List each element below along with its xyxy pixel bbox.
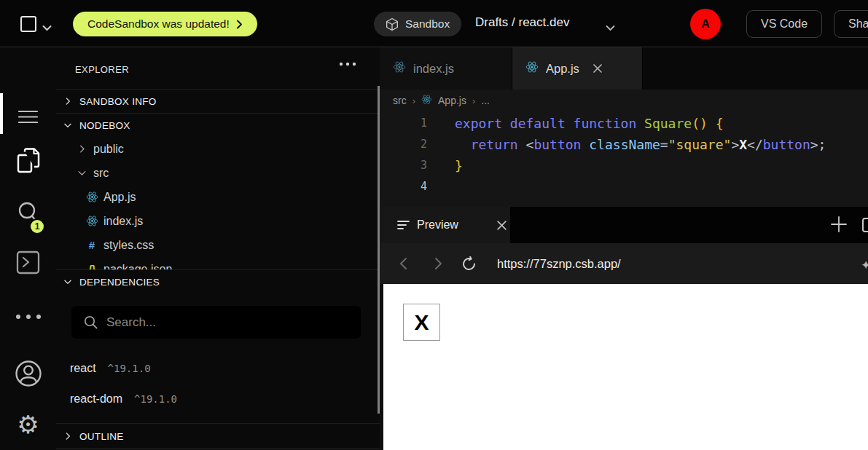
react-file-icon	[421, 94, 432, 108]
account-button[interactable]	[0, 360, 56, 387]
react-icon	[525, 60, 539, 74]
sparkle-icon[interactable]: ✦	[861, 258, 868, 273]
breadcrumb-separator: ›	[472, 95, 475, 106]
chevron-down-icon	[63, 277, 73, 287]
vscode-button[interactable]: VS Code	[746, 10, 822, 38]
file-item-styles-css[interactable]: #styles.css	[56, 233, 380, 257]
dependency-version: ^19.1.0	[134, 393, 177, 405]
terminal-icon	[16, 250, 40, 275]
chevron-right-icon	[77, 143, 87, 154]
add-preview-button[interactable]	[830, 216, 848, 236]
update-banner-label: CodeSandbox was updated!	[87, 17, 230, 31]
more-views-button[interactable]	[0, 314, 56, 320]
react-icon	[421, 94, 432, 105]
editor-area: index.js App.js src › App.js › ...	[380, 47, 868, 450]
code-token: Square	[644, 116, 692, 131]
file-item-package-json[interactable]: {}package.json	[56, 257, 380, 269]
code-line[interactable]: 1export default function Square() {	[380, 113, 868, 134]
project-chevron-down-icon[interactable]	[606, 21, 615, 34]
code-token	[455, 137, 471, 152]
user-avatar[interactable]: A	[690, 9, 721, 39]
editor-tab-bar: index.js App.js	[380, 47, 868, 90]
breadcrumb-separator: ›	[413, 95, 415, 106]
settings-button[interactable]: ⚙	[0, 412, 56, 437]
code-token: =	[660, 137, 668, 152]
breadcrumb-symbol[interactable]: ...	[481, 95, 490, 106]
search-view-button[interactable]	[0, 201, 56, 224]
chevron-right-icon	[63, 96, 73, 106]
dependency-item-react[interactable]: react^19.1.0	[56, 353, 380, 384]
breadcrumb-file[interactable]: App.js	[438, 95, 466, 106]
tab-app-js[interactable]: App.js	[512, 47, 643, 90]
tree-item-label: package.json	[103, 263, 172, 270]
dependency-name: react	[70, 362, 96, 375]
tab-index-js[interactable]: index.js	[380, 47, 512, 90]
file-item-app-js[interactable]: App.js	[56, 185, 380, 209]
account-icon	[15, 360, 42, 387]
dependency-item-react-dom[interactable]: react-dom^19.1.0	[56, 384, 380, 414]
sandbox-type-badge[interactable]: Sandbox	[374, 12, 461, 36]
tree-item-label: index.js	[103, 215, 143, 228]
code-line[interactable]: 4	[380, 176, 868, 197]
code-token: "square"	[668, 137, 732, 152]
ellipsis-icon	[339, 62, 356, 66]
hamburger-icon	[18, 110, 38, 124]
layout-button[interactable]	[862, 218, 868, 235]
dependency-version: ^19.1.0	[108, 363, 151, 374]
project-breadcrumb[interactable]: Drafts / react.dev	[475, 15, 569, 30]
tab-preview[interactable]: Preview	[380, 207, 510, 243]
chevron-right-icon	[236, 20, 243, 29]
activity-bar: 1 ⚙	[0, 47, 56, 450]
forward-button[interactable]	[434, 257, 442, 270]
preview-url[interactable]: https://77sznp.csb.app/	[497, 257, 621, 271]
line-number: 4	[380, 176, 427, 197]
update-banner-button[interactable]: CodeSandbox was updated!	[73, 12, 257, 36]
code-token: className	[589, 137, 660, 152]
json-braces-icon: {}	[89, 264, 95, 270]
react-file-icon	[525, 60, 539, 76]
workspace-chevron-down-icon[interactable]	[42, 21, 52, 34]
terminal-view-button[interactable]	[0, 250, 56, 275]
section-label: OUTLINE	[79, 431, 124, 442]
close-preview-icon[interactable]	[496, 220, 507, 231]
close-tab-icon[interactable]	[593, 63, 603, 74]
folder-item-public[interactable]: public	[56, 137, 380, 161]
workspace-logo-icon[interactable]	[20, 16, 36, 32]
explorer-more-button[interactable]	[339, 56, 356, 69]
files-icon	[16, 148, 41, 174]
section-nodebox[interactable]: NODEBOX	[56, 113, 380, 137]
folder-item-src[interactable]: src	[56, 161, 380, 185]
tab-label: Preview	[417, 218, 458, 232]
menu-button[interactable]	[0, 110, 56, 124]
explorer-view-button[interactable]	[0, 148, 56, 174]
code-token: ()	[692, 116, 708, 131]
code-token: button	[763, 137, 810, 152]
back-button[interactable]	[399, 257, 407, 270]
refresh-button[interactable]	[461, 256, 477, 272]
code-token: X	[739, 137, 747, 152]
dependency-list: react^19.1.0react-dom^19.1.0	[56, 353, 380, 414]
section-outline[interactable]: OUTLINE	[56, 423, 380, 449]
section-dependencies[interactable]: DEPENDENCIES	[56, 269, 380, 293]
line-number: 2	[380, 134, 427, 155]
code-token: }	[455, 158, 463, 173]
ellipsis-icon	[15, 314, 42, 320]
code-token: <	[526, 137, 534, 152]
code-line[interactable]: 2 return <button className="square">X</b…	[380, 134, 868, 155]
breadcrumb-folder[interactable]: src	[393, 95, 407, 106]
section-sandbox-info[interactable]: SANDBOX INFO	[56, 89, 380, 113]
cube-icon	[386, 17, 399, 31]
file-tree: publicsrc App.js index.js#styles.css{}pa…	[56, 137, 380, 269]
code-token: </	[747, 137, 763, 152]
tab-label: index.js	[413, 62, 454, 76]
preview-lines-icon	[397, 220, 410, 230]
section-label: DEPENDENCIES	[79, 277, 160, 288]
rendered-square-button[interactable]: X	[403, 304, 440, 341]
code-line[interactable]: 3}	[380, 155, 868, 176]
react-icon	[86, 215, 98, 227]
file-item-index-js[interactable]: index.js	[56, 209, 380, 233]
share-button[interactable]: Share	[834, 10, 868, 38]
dependency-search-input[interactable]	[71, 306, 361, 339]
react-icon	[86, 191, 98, 203]
line-number: 1	[380, 113, 427, 134]
